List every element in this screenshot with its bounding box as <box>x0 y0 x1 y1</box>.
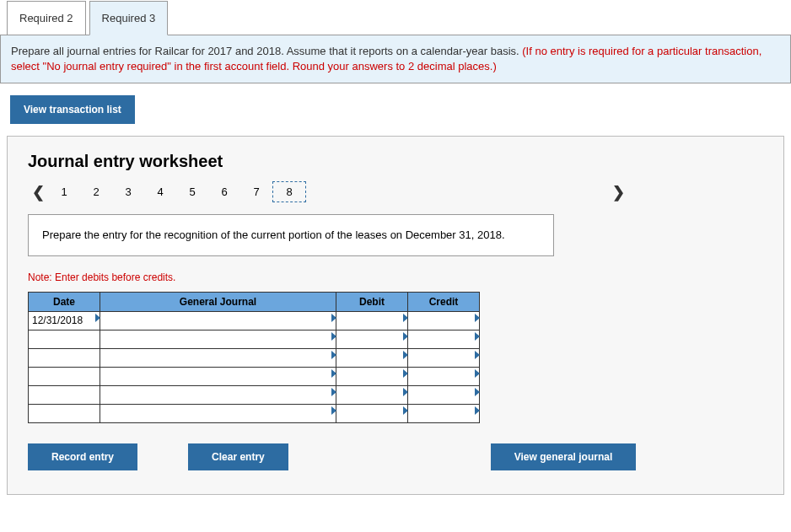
journal-worksheet: Journal entry worksheet ❮ 1 2 3 4 5 6 7 … <box>7 136 784 495</box>
chevron-right-icon[interactable]: ❯ <box>608 183 628 202</box>
record-entry-button[interactable]: Record entry <box>28 443 137 470</box>
instruction-panel: Prepare all journal entries for Railcar … <box>0 35 791 83</box>
step-5[interactable]: 5 <box>176 182 208 202</box>
step-1[interactable]: 1 <box>48 182 80 202</box>
debit-cell[interactable] <box>336 330 408 348</box>
debit-cell[interactable] <box>336 367 408 385</box>
tab-required-3[interactable]: Required 3 <box>89 1 169 35</box>
tab-required-2[interactable]: Required 2 <box>7 1 86 35</box>
debit-cell[interactable] <box>336 348 408 367</box>
date-cell[interactable]: 12/31/2018 <box>29 311 100 330</box>
dropdown-icon[interactable] <box>475 332 480 341</box>
table-row <box>29 330 480 348</box>
view-transaction-list-button[interactable]: View transaction list <box>10 95 135 124</box>
journal-table: Date General Journal Debit Credit 12/31/… <box>28 292 480 423</box>
tab-strip: Required 2 Required 3 <box>0 0 791 35</box>
date-cell[interactable] <box>29 404 100 422</box>
header-debit: Debit <box>336 292 408 311</box>
date-cell[interactable] <box>29 367 100 385</box>
gj-cell[interactable] <box>100 311 336 330</box>
gj-cell[interactable] <box>100 330 336 348</box>
dropdown-icon[interactable] <box>475 314 480 322</box>
gj-cell[interactable] <box>100 404 336 422</box>
dropdown-icon[interactable] <box>475 369 480 378</box>
dropdown-icon[interactable] <box>475 406 480 415</box>
table-row <box>29 404 480 422</box>
table-header-row: Date General Journal Debit Credit <box>29 292 480 311</box>
chevron-left-icon[interactable]: ❮ <box>28 183 48 202</box>
table-row <box>29 348 480 367</box>
credit-cell[interactable] <box>408 330 480 348</box>
app-container: Required 2 Required 3 Prepare all journa… <box>0 0 791 495</box>
debit-cell[interactable] <box>336 385 408 404</box>
step-3[interactable]: 3 <box>112 182 144 202</box>
header-date: Date <box>29 292 100 311</box>
header-credit: Credit <box>408 292 480 311</box>
action-row: Record entry Clear entry View general jo… <box>28 443 763 470</box>
date-cell[interactable] <box>29 330 100 348</box>
table-row <box>29 385 480 404</box>
credit-cell[interactable] <box>408 311 480 330</box>
step-2[interactable]: 2 <box>80 182 112 202</box>
gj-cell[interactable] <box>100 348 336 367</box>
clear-entry-button[interactable]: Clear entry <box>188 443 288 470</box>
instruction-text: Prepare all journal entries for Railcar … <box>11 45 522 57</box>
entry-prompt: Prepare the entry for the recognition of… <box>28 214 554 256</box>
date-cell[interactable] <box>29 385 100 404</box>
step-7[interactable]: 7 <box>240 182 272 202</box>
dropdown-icon[interactable] <box>475 351 480 359</box>
debits-credits-note: Note: Enter debits before credits. <box>28 271 763 283</box>
debit-cell[interactable] <box>336 311 408 330</box>
step-6[interactable]: 6 <box>208 182 240 202</box>
debit-cell[interactable] <box>336 404 408 422</box>
credit-cell[interactable] <box>408 385 480 404</box>
worksheet-title: Journal entry worksheet <box>28 152 763 171</box>
credit-cell[interactable] <box>408 348 480 367</box>
table-row: 12/31/2018 <box>29 311 480 330</box>
date-cell[interactable] <box>29 348 100 367</box>
credit-cell[interactable] <box>408 404 480 422</box>
table-row <box>29 367 480 385</box>
gj-cell[interactable] <box>100 385 336 404</box>
gj-cell[interactable] <box>100 367 336 385</box>
view-general-journal-button[interactable]: View general journal <box>491 443 636 470</box>
step-4[interactable]: 4 <box>144 182 176 202</box>
step-8[interactable]: 8 <box>272 181 306 202</box>
credit-cell[interactable] <box>408 367 480 385</box>
step-nav: ❮ 1 2 3 4 5 6 7 8 ❯ <box>28 181 763 202</box>
header-general-journal: General Journal <box>100 292 336 311</box>
dropdown-icon[interactable] <box>475 388 480 396</box>
